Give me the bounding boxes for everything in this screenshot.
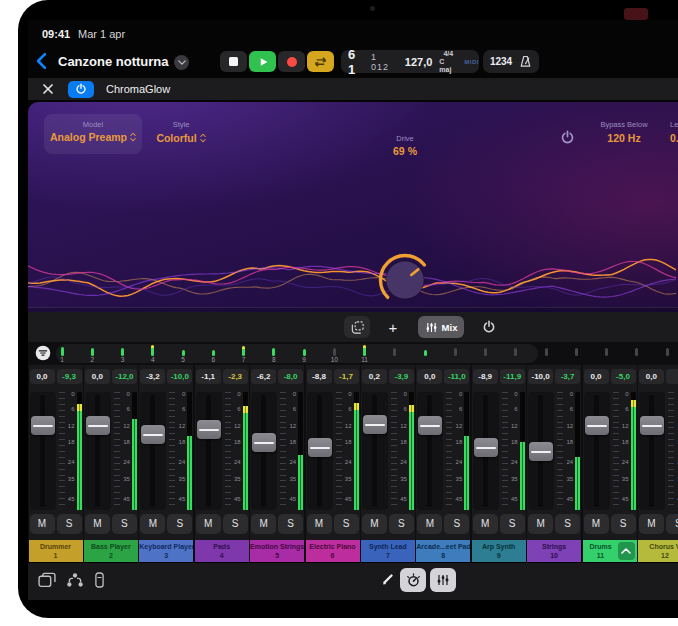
volume-value[interactable]: 0,2 (362, 369, 387, 384)
fader-handle[interactable] (197, 420, 221, 439)
add-button[interactable]: + (380, 316, 406, 338)
drive-knob[interactable] (377, 252, 433, 308)
bypass-power-button[interactable] (560, 130, 575, 145)
solo-button[interactable]: S (500, 514, 525, 534)
fader-handle[interactable] (474, 438, 498, 457)
solo-button[interactable]: S (167, 514, 192, 534)
browser-icon[interactable] (38, 572, 56, 588)
volume-value[interactable]: -3,2 (140, 369, 165, 384)
track-name-button[interactable]: Drummer1 (29, 540, 83, 562)
routing-icon[interactable] (66, 572, 84, 588)
volume-value[interactable]: 0,0 (417, 369, 442, 384)
mute-button[interactable]: M (639, 514, 664, 534)
fader-handle[interactable] (418, 416, 442, 435)
fader-handle[interactable] (252, 433, 276, 452)
duplicate-button[interactable] (344, 316, 370, 338)
track-name-button[interactable]: Arcade...eet Pad8 (416, 540, 470, 562)
solo-button[interactable]: S (389, 514, 414, 534)
track-name-button[interactable]: Bass Player2 (84, 540, 138, 562)
peak-value[interactable]: -12,0 (112, 369, 137, 384)
mute-button[interactable]: M (307, 514, 332, 534)
solo-button[interactable]: S (278, 514, 303, 534)
controls-view-button[interactable] (400, 568, 426, 592)
fader-handle[interactable] (585, 416, 609, 435)
solo-button[interactable]: S (334, 514, 359, 534)
solo-button[interactable]: S (444, 514, 469, 534)
track-name-button[interactable]: Strings10 (527, 540, 581, 562)
mute-button[interactable]: M (417, 514, 442, 534)
close-icon[interactable] (42, 83, 54, 95)
mixer-view-button[interactable] (430, 568, 456, 592)
fader-handle[interactable] (308, 438, 332, 457)
solo-button[interactable]: S (223, 514, 248, 534)
mute-button[interactable]: M (362, 514, 387, 534)
volume-value[interactable]: 0,0 (85, 369, 110, 384)
peak-value[interactable]: -3,7 (555, 369, 580, 384)
mute-button[interactable]: M (140, 514, 165, 534)
peak-value[interactable]: -9,3 (57, 369, 82, 384)
solo-button[interactable]: S (555, 514, 580, 534)
volume-value[interactable]: -8,8 (307, 369, 332, 384)
bypass-below-field[interactable]: Bypass Below 120 Hz (584, 120, 664, 144)
track-name-button[interactable]: Keyboard Player3 (139, 540, 193, 562)
peak-value[interactable]: -10,0 (167, 369, 192, 384)
channel-strip-icon[interactable] (94, 572, 105, 588)
mute-button[interactable]: M (85, 514, 110, 534)
fader-handle[interactable] (640, 416, 664, 435)
mute-button[interactable]: M (251, 514, 276, 534)
stop-button[interactable] (220, 51, 247, 72)
volume-value[interactable]: 0,0 (639, 369, 664, 384)
play-button[interactable] (249, 51, 276, 72)
style-dropdown[interactable]: Style Colorful (146, 120, 216, 144)
mute-button[interactable]: M (30, 514, 55, 534)
peak-value[interactable]: -8,0 (278, 369, 303, 384)
fader-handle[interactable] (86, 416, 110, 435)
track-name-button[interactable]: Drums11 (583, 540, 637, 562)
fader-handle[interactable] (529, 442, 553, 461)
volume-value[interactable]: 0,0 (584, 369, 609, 384)
record-button[interactable] (278, 51, 305, 72)
track-name-button[interactable]: Emotion Strings5 (250, 540, 304, 562)
song-title[interactable]: Canzone notturna (58, 54, 169, 69)
volume-value[interactable]: -6,2 (251, 369, 276, 384)
lcd-display[interactable]: 6 1 1 012 127,0 4/4 C maj MIDI (341, 50, 479, 73)
mute-button[interactable]: M (473, 514, 498, 534)
level-field[interactable]: Level 0.0 (670, 120, 678, 144)
track-name-button[interactable]: Arp Synth9 (472, 540, 526, 562)
mute-button[interactable]: M (196, 514, 221, 534)
model-dropdown[interactable]: Model Analog Preamp (44, 114, 142, 154)
volume-value[interactable]: 0,0 (30, 369, 55, 384)
cycle-button[interactable] (307, 51, 334, 72)
track-overview[interactable]: 1234567891011 (28, 343, 678, 364)
volume-value[interactable]: -8,9 (473, 369, 498, 384)
track-name-button[interactable]: Chorus V12 (638, 540, 678, 562)
peak-value[interactable]: -11,9 (500, 369, 525, 384)
track-name-button[interactable]: Electric Piano6 (306, 540, 360, 562)
mixer-power-button[interactable] (476, 316, 502, 338)
track-name-button[interactable]: Synth Lead7 (361, 540, 415, 562)
peak-value[interactable]: -2,3 (223, 369, 248, 384)
mute-button[interactable]: M (584, 514, 609, 534)
peak-value[interactable]: -1,7 (334, 369, 359, 384)
solo-button[interactable]: S (57, 514, 82, 534)
plugin-power-button[interactable] (68, 81, 94, 98)
track-name-button[interactable]: Pads4 (195, 540, 249, 562)
metronome-icon[interactable] (519, 55, 532, 68)
peak-value[interactable]: -3,9 (389, 369, 414, 384)
count-in-button[interactable]: 1234 (490, 56, 512, 67)
volume-value[interactable]: -10,0 (528, 369, 553, 384)
title-menu-button[interactable] (174, 55, 189, 70)
peak-value[interactable]: -5,0 (611, 369, 636, 384)
peak-value[interactable]: -11,0 (444, 369, 469, 384)
solo-button[interactable]: S (112, 514, 137, 534)
mute-button[interactable]: M (528, 514, 553, 534)
back-button[interactable] (36, 53, 52, 71)
fader-handle[interactable] (363, 415, 387, 434)
volume-value[interactable]: -1,1 (196, 369, 221, 384)
mix-toggle-button[interactable]: Mix (418, 316, 464, 338)
fader-handle[interactable] (141, 425, 165, 444)
fader-handle[interactable] (31, 416, 55, 435)
solo-button[interactable]: S (611, 514, 636, 534)
collapse-stack-button[interactable] (618, 542, 635, 560)
peak-value[interactable] (666, 369, 678, 384)
